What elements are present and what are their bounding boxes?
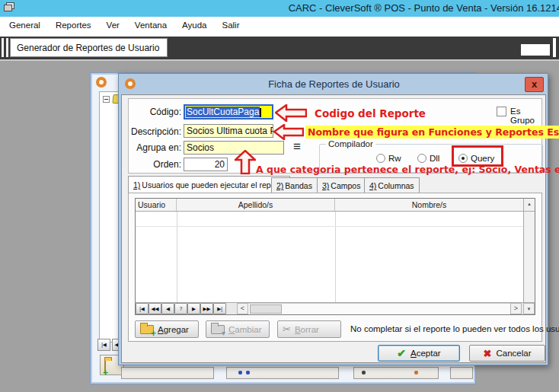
grid-header: Usuario Apellido/s Nombre/s ▲ <box>136 199 535 212</box>
menu-ayuda[interactable]: Ayuda <box>174 18 214 32</box>
radio-circle <box>376 154 385 163</box>
scroll-up-icon[interactable]: ▲ <box>523 199 535 211</box>
radio-dll[interactable]: Dll <box>417 154 439 163</box>
mdi-tab-generador[interactable]: Generador de Reportes de Usuario <box>10 38 168 57</box>
bg-icon-fragment <box>246 371 250 374</box>
main-titlebar: CARC - CleverSoft ® POS - Punto de Venta… <box>0 0 559 17</box>
scroll-down-icon[interactable]: ▼ <box>523 303 535 314</box>
tabstrip-end-bar <box>553 38 556 57</box>
annotation-arrow-left-icon <box>275 104 307 122</box>
nav-next-page-button[interactable]: ▶▶ <box>200 303 213 314</box>
radio-rw[interactable]: Rw <box>376 154 401 163</box>
bg-button-partial[interactable] <box>353 367 439 379</box>
mdi-tabstrip: Generador de Reportes de Usuario <box>0 37 559 59</box>
divider <box>0 59 559 61</box>
aceptar-button[interactable]: ✔ Aceptar <box>378 345 460 362</box>
compilador-label: Compilador <box>326 139 375 148</box>
agregar-button[interactable]: + Agregar <box>135 320 199 338</box>
nav-next-button[interactable]: ▶ <box>187 303 200 314</box>
tab-usuarios[interactable]: 1)Usuarios que pueden ejecutar el report… <box>128 176 290 193</box>
bg-button-partial[interactable] <box>226 367 339 379</box>
annotation-agrupa: A que categoria pertenece el reporte, ej… <box>256 164 559 175</box>
text-caret <box>260 108 261 117</box>
bg-icon-fragment <box>414 371 418 374</box>
tab-content-panel: Usuario Apellido/s Nombre/s ▲ |◀ ◀◀ <box>128 193 542 342</box>
agrupa-input[interactable]: Socios <box>184 141 284 155</box>
agrupa-label: Agrupa en: <box>123 142 181 153</box>
folder-arrow-icon: ▾ <box>211 325 225 334</box>
annotation-arrow-left-icon <box>273 124 304 140</box>
selected-text: SocUltCuotaPaga <box>186 107 260 117</box>
tab-campos[interactable]: 3)Campos <box>317 177 366 193</box>
es-grupo-label: Es Grupo <box>510 107 545 125</box>
column-header-apellido[interactable]: Apellido/s <box>177 199 335 211</box>
annotation-arrow-up-icon <box>235 150 256 174</box>
cross-icon: ✖ <box>484 348 492 359</box>
hamburger-icon[interactable]: ≡ <box>289 141 305 155</box>
scroll-left-icon[interactable]: < <box>237 303 248 314</box>
window-title: CARC - CleverSoft ® POS - Punto de Venta… <box>289 2 559 14</box>
bg-button-partial[interactable] <box>450 367 473 379</box>
screen: CARC - CleverSoft ® POS - Punto de Venta… <box>0 0 559 392</box>
tabstrip-grip <box>6 38 8 57</box>
scissors-icon: ✂ <box>283 323 291 335</box>
nav-search-button[interactable]: ? <box>174 303 187 314</box>
cancelar-button[interactable]: ✖ Cancelar <box>469 345 545 362</box>
folder-plus-icon: + <box>140 325 154 334</box>
orden-input[interactable]: 20 <box>184 158 228 171</box>
horizontal-scrollbar[interactable] <box>248 303 510 314</box>
vertical-scrollbar[interactable] <box>523 212 535 302</box>
borrar-button[interactable]: ✂ Borrar <box>277 320 341 338</box>
menu-ver[interactable]: Ver <box>99 18 127 32</box>
column-divider <box>335 212 336 302</box>
menu-ventana[interactable]: Ventana <box>127 18 174 32</box>
note-text: No completar si el reporte lo pueden ver… <box>350 324 559 333</box>
menu-general[interactable]: General <box>2 18 48 32</box>
column-header-nombre[interactable]: Nombre/s <box>335 199 523 211</box>
menubar: General Reportes Ver Ventana Ayuda Salir <box>0 17 559 33</box>
nav-first-button[interactable]: |◀ <box>136 303 149 314</box>
orden-label: Orden: <box>123 159 181 170</box>
cascade-windows-icon <box>4 2 15 12</box>
dialog-title: Ficha de Reportes de Usuario <box>119 78 549 90</box>
footer-gap <box>226 303 237 314</box>
grid-body-empty <box>136 212 535 302</box>
folder-plus-icon: + <box>104 359 106 374</box>
annotation-codigo: Codigo del Reporte <box>315 107 426 120</box>
column-divider <box>177 212 177 302</box>
descripcion-label: Descripción: <box>123 126 181 137</box>
annotation-descripcion: Nombre que figura en Funciones y Reporte… <box>305 126 559 139</box>
descripcion-input[interactable]: Socios Ultima cuota Paga <box>184 124 273 138</box>
cambiar-button[interactable]: ▾ Cambiar <box>206 320 270 338</box>
menu-salir[interactable]: Salir <box>214 18 247 32</box>
grid-footer: |◀ ◀◀ ◀ ? ▶ ▶▶ ▶| < > ▼ <box>136 302 535 314</box>
nav-last-button[interactable]: ▶| <box>213 303 226 314</box>
nav-prev-button[interactable]: ◀ <box>161 303 174 314</box>
bg-icon-fragment <box>362 371 366 374</box>
menu-reportes[interactable]: Reportes <box>48 18 99 32</box>
users-grid: Usuario Apellido/s Nombre/s ▲ |◀ ◀◀ <box>135 198 535 315</box>
check-icon: ✔ <box>397 347 406 359</box>
bg-button-partial[interactable] <box>121 367 214 379</box>
tree-collapse-icon[interactable] <box>103 96 110 103</box>
nav-first-button[interactable]: |◀ <box>97 339 110 351</box>
close-icon[interactable]: x <box>525 77 544 92</box>
codigo-input[interactable]: SocUltCuotaPaga <box>184 104 273 120</box>
scroll-right-icon[interactable]: > <box>510 303 522 314</box>
tab-bandas[interactable]: 2)Bandas <box>271 177 318 193</box>
row-divider <box>136 226 523 227</box>
tabstrip-grip <box>2 38 4 57</box>
dialog-ficha-reportes: Ficha de Reportes de Usuario x Código: S… <box>118 73 548 365</box>
app-logo-icon <box>96 77 107 88</box>
es-grupo-checkbox[interactable] <box>497 107 506 116</box>
codigo-label: Código: <box>123 107 181 117</box>
tabstrip-end-box <box>521 44 550 56</box>
radio-circle <box>417 154 426 163</box>
dialog-body: Código: SocUltCuotaPaga Descripción: Soc… <box>121 94 546 363</box>
scrollbar-thumb[interactable] <box>250 304 282 314</box>
column-header-usuario[interactable]: Usuario <box>136 199 177 211</box>
nav-prev-page-button[interactable]: ◀◀ <box>149 303 161 314</box>
tab-columnas[interactable]: 4)Columnas <box>364 177 420 193</box>
bg-icon-fragment <box>238 371 242 374</box>
